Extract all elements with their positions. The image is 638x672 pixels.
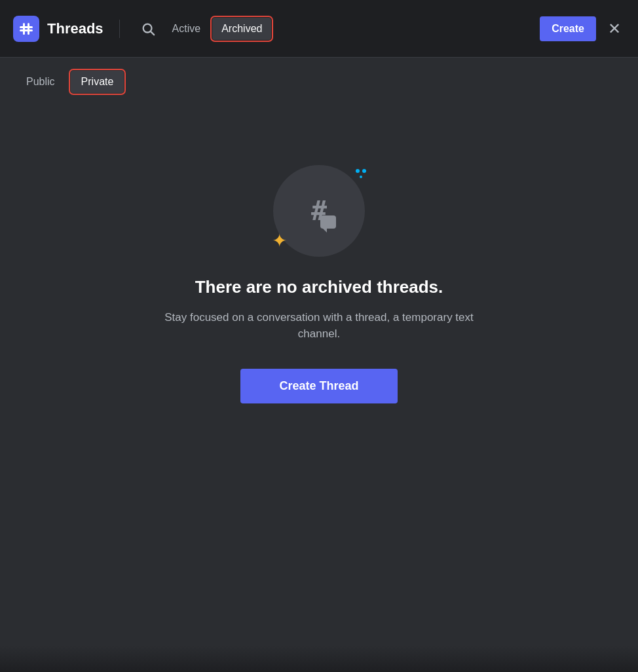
- empty-description: Stay focused on a conversation with a th…: [162, 309, 476, 343]
- sparkle-icon: ✦: [272, 230, 287, 252]
- bottom-gradient: [0, 646, 638, 672]
- private-tab[interactable]: Private: [71, 71, 124, 93]
- header-nav: Active Archived: [136, 16, 530, 41]
- svg-rect-0: [20, 26, 33, 28]
- dot-1: [356, 169, 360, 173]
- archived-tab[interactable]: Archived: [212, 18, 271, 40]
- visibility-tabs: Public Private: [0, 58, 638, 106]
- empty-title: There are no archived threads.: [195, 276, 443, 299]
- create-thread-button[interactable]: Create Thread: [240, 369, 398, 403]
- dot-2: [362, 169, 366, 173]
- empty-state: # ✦ There are no archived threads. Stay …: [0, 106, 638, 443]
- close-button[interactable]: ✕: [604, 16, 625, 42]
- svg-rect-3: [28, 23, 29, 35]
- search-button[interactable]: [136, 16, 160, 41]
- header-logo: Threads: [13, 16, 103, 42]
- empty-state-icon-container: # ✦: [267, 159, 371, 263]
- header-title: Threads: [47, 20, 103, 37]
- svg-rect-2: [23, 23, 25, 35]
- header: Threads Active Archived Create ✕: [0, 0, 638, 58]
- active-tab[interactable]: Active: [163, 18, 210, 40]
- dot-3: [360, 176, 362, 178]
- thread-icon: #: [311, 196, 327, 226]
- header-divider: [119, 20, 120, 38]
- threads-logo-icon: [13, 16, 39, 42]
- svg-line-5: [151, 31, 154, 35]
- teal-dots-decoration: [356, 169, 366, 178]
- chat-bubble-icon: [320, 215, 336, 229]
- public-tab[interactable]: Public: [16, 71, 66, 93]
- chat-bubble-tail: [322, 228, 327, 233]
- svg-rect-1: [20, 29, 33, 31]
- header-actions: Create ✕: [540, 16, 625, 42]
- create-button[interactable]: Create: [540, 16, 596, 41]
- icon-circle: #: [273, 165, 365, 257]
